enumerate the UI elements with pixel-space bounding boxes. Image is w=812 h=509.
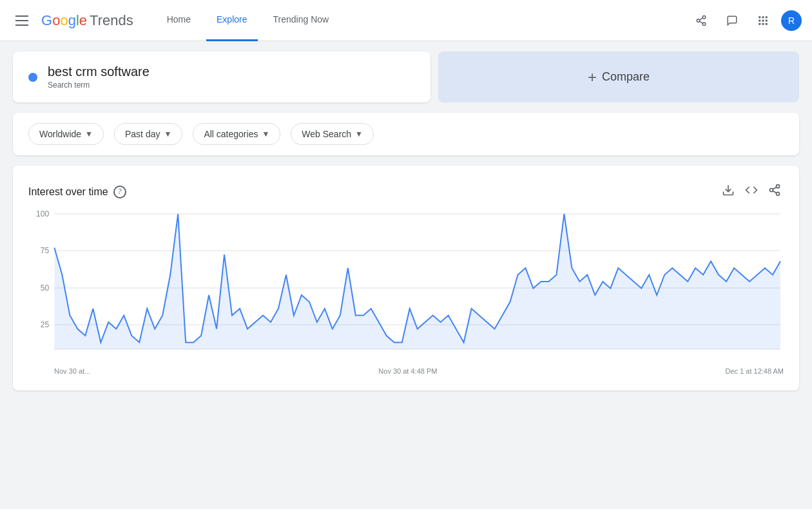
search-type: Search term bbox=[48, 81, 150, 90]
svg-point-1 bbox=[697, 19, 700, 22]
logo-trends-text: Trends bbox=[90, 12, 133, 29]
category-filter-arrow: ▼ bbox=[262, 130, 269, 139]
share-button[interactable] bbox=[688, 8, 714, 34]
x-label-start: Nov 30 at... bbox=[54, 367, 90, 375]
svg-rect-7 bbox=[766, 16, 768, 18]
category-filter[interactable]: All categories ▼ bbox=[193, 123, 280, 145]
logo-google-text: Google bbox=[41, 12, 87, 29]
search-type-filter-arrow: ▼ bbox=[355, 130, 363, 139]
chart-title: Interest over time bbox=[28, 186, 108, 198]
compare-label: Compare bbox=[602, 70, 650, 84]
chart-container: 100 75 50 25 Nov 30 at... Nov 30 at 4:48… bbox=[28, 207, 784, 375]
region-filter-label: Worldwide bbox=[39, 129, 81, 139]
filters-card: Worldwide ▼ Past day ▼ All categories ▼ … bbox=[13, 113, 799, 155]
header: Google Trends Home Explore Trending Now bbox=[0, 0, 812, 41]
svg-rect-11 bbox=[759, 23, 760, 24]
chart-actions bbox=[719, 181, 784, 202]
search-info: best crm software Search term bbox=[48, 64, 150, 90]
nav-explore[interactable]: Explore bbox=[206, 0, 257, 41]
compare-card[interactable]: + Compare bbox=[438, 52, 799, 102]
main-nav: Home Explore Trending Now bbox=[157, 0, 339, 41]
svg-point-16 bbox=[770, 189, 773, 192]
svg-point-2 bbox=[702, 23, 706, 26]
svg-rect-8 bbox=[759, 19, 760, 21]
category-filter-label: All categories bbox=[204, 129, 258, 139]
svg-text:75: 75 bbox=[41, 246, 50, 255]
logo[interactable]: Google Trends bbox=[41, 12, 133, 29]
chart-header: Interest over time ? bbox=[28, 181, 784, 202]
svg-point-0 bbox=[702, 15, 706, 19]
help-icon[interactable]: ? bbox=[113, 186, 126, 198]
search-card: best crm software Search term bbox=[13, 52, 430, 102]
svg-text:100: 100 bbox=[36, 209, 50, 218]
svg-rect-12 bbox=[762, 23, 764, 24]
search-area: best crm software Search term + Compare bbox=[13, 52, 799, 102]
embed-button[interactable] bbox=[742, 181, 760, 202]
svg-line-3 bbox=[699, 21, 702, 23]
time-filter-label: Past day bbox=[125, 129, 160, 139]
chart-card: Interest over time ? bbox=[13, 166, 799, 390]
apps-button[interactable] bbox=[750, 8, 776, 34]
svg-line-19 bbox=[773, 187, 777, 189]
search-type-filter-label: Web Search bbox=[302, 129, 351, 139]
header-left: Google Trends Home Explore Trending Now bbox=[10, 0, 339, 41]
svg-point-15 bbox=[777, 185, 780, 188]
search-term: best crm software bbox=[48, 64, 150, 79]
svg-line-4 bbox=[699, 17, 702, 19]
user-avatar[interactable]: R bbox=[781, 10, 802, 31]
x-label-end: Dec 1 at 12:48 AM bbox=[726, 367, 784, 375]
nav-trending-now[interactable]: Trending Now bbox=[263, 0, 340, 41]
svg-text:25: 25 bbox=[41, 320, 50, 329]
menu-button[interactable] bbox=[10, 10, 34, 31]
svg-rect-13 bbox=[766, 23, 768, 24]
time-filter-arrow: ▼ bbox=[164, 130, 171, 139]
svg-rect-5 bbox=[759, 16, 760, 18]
svg-rect-10 bbox=[766, 19, 768, 21]
x-label-mid: Nov 30 at 4:48 PM bbox=[378, 367, 437, 375]
nav-home[interactable]: Home bbox=[157, 0, 201, 41]
download-button[interactable] bbox=[719, 181, 737, 202]
time-filter[interactable]: Past day ▼ bbox=[114, 123, 182, 145]
region-filter[interactable]: Worldwide ▼ bbox=[28, 123, 104, 145]
svg-marker-29 bbox=[54, 214, 780, 349]
search-type-filter[interactable]: Web Search ▼ bbox=[291, 123, 374, 145]
search-dot bbox=[28, 73, 37, 82]
region-filter-arrow: ▼ bbox=[85, 130, 93, 139]
share-chart-button[interactable] bbox=[766, 181, 784, 202]
main-content: best crm software Search term + Compare … bbox=[0, 41, 812, 401]
svg-text:50: 50 bbox=[41, 283, 50, 293]
trend-chart: 100 75 50 25 bbox=[28, 207, 784, 362]
svg-rect-6 bbox=[762, 16, 764, 18]
chart-title-area: Interest over time ? bbox=[28, 186, 126, 198]
x-labels: Nov 30 at... Nov 30 at 4:48 PM Dec 1 at … bbox=[28, 365, 784, 375]
feedback-button[interactable] bbox=[719, 8, 745, 34]
compare-plus-icon: + bbox=[588, 68, 597, 86]
header-right: R bbox=[688, 8, 802, 34]
svg-point-17 bbox=[777, 192, 780, 195]
svg-line-18 bbox=[773, 191, 777, 193]
svg-rect-9 bbox=[762, 19, 764, 21]
